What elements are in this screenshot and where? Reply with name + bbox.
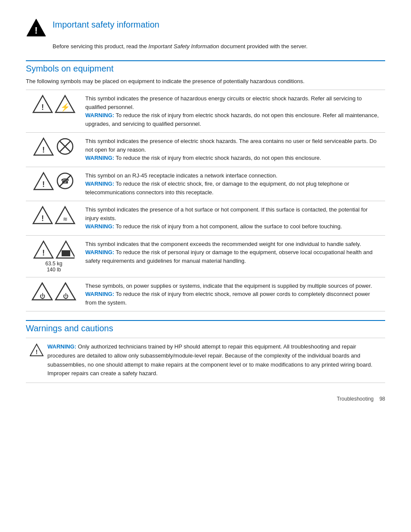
warning-icon-large: ! xyxy=(26,17,47,38)
symbol-text-electric: This symbol indicates the presence of ha… xyxy=(82,90,385,133)
symbol-row-multi-power: ⏻ ⏻ These symbols, on power supplies or … xyxy=(26,277,385,311)
triangle-warning-icon-2: ! xyxy=(33,137,54,156)
lightning-icon: ⚡ xyxy=(55,94,75,113)
power-plug-icon-2: ⏻ xyxy=(55,282,76,301)
symbols-intro: The following symbols may be placed on e… xyxy=(26,77,385,86)
symbol-cell-weight: ! 63.5 kg 140 lb xyxy=(26,235,82,277)
symbol-text-multipower: These symbols, on power supplies or syst… xyxy=(82,277,385,311)
footer-chapter: Troubleshooting xyxy=(337,396,374,402)
footer-page-number: 98 xyxy=(380,396,385,402)
warning-row: ! WARNING: Only authorized technicians t… xyxy=(26,338,385,383)
warning-text-content: Only authorized technicians trained by H… xyxy=(47,343,372,376)
svg-text:⚡: ⚡ xyxy=(60,103,70,112)
symbol-row-rj45: ! ☎ This symbol on an RJ-45 receptacle i… xyxy=(26,167,385,201)
warning-triangle-small: ! xyxy=(30,343,44,356)
symbol-cell-no-service: ! xyxy=(26,133,82,167)
symbol-text-rj45: This symbol on an RJ-45 receptacle indic… xyxy=(82,167,385,201)
safety-header: ! Important safety information xyxy=(26,17,385,38)
symbol-cell-electric: ! ⚡ xyxy=(26,90,82,133)
symbol-cell-hot: ! ≋ xyxy=(26,201,82,236)
svg-text:≋: ≋ xyxy=(63,216,68,222)
svg-text:!: ! xyxy=(41,103,44,112)
symbol-cell-rj45: ! ☎ xyxy=(26,167,82,201)
symbol-cell-multipower: ⏻ ⏻ xyxy=(26,277,82,311)
symbol-row-electric-hazard: ! ⚡ This symbol indicates the presence o… xyxy=(26,90,385,133)
symbol-row-weight: ! 63.5 kg 140 lb This symbol indicates t… xyxy=(26,235,385,277)
svg-text:!: ! xyxy=(41,214,44,223)
footer: Troubleshooting 98 xyxy=(26,396,385,402)
triangle-warning-icon-5: ! xyxy=(33,240,54,259)
warning-label-main: WARNING: xyxy=(47,343,76,350)
symbol-row-no-service: ! This symbol indicates the presence of … xyxy=(26,133,385,167)
warning-text-5: To reduce the risk of personal injury or… xyxy=(85,249,373,264)
svg-text:!: ! xyxy=(42,180,45,189)
warning-label-5: WARNING: xyxy=(85,249,114,255)
warning-text-2: To reduce the risk of injury from electr… xyxy=(116,155,321,161)
symbol-text-hot: This symbol indicates the presence of a … xyxy=(82,201,385,236)
triangle-warning-icon-3: ! xyxy=(33,171,54,190)
symbol-text-weight: This symbol indicates that the component… xyxy=(82,235,385,277)
warning-label-3: WARNING: xyxy=(85,180,114,187)
safety-title: Important safety information xyxy=(53,17,159,30)
power-plug-icon-1: ⏻ xyxy=(31,282,53,301)
svg-text:!: ! xyxy=(42,249,45,257)
warnings-heading: Warnings and cautions xyxy=(26,320,385,333)
warning-label-4: WARNING: xyxy=(85,223,114,230)
svg-rect-23 xyxy=(62,250,70,256)
heat-icon: ≋ xyxy=(55,205,75,224)
symbol-row-hot: ! ≋ This symbol indicates the presence o… xyxy=(26,201,385,236)
svg-text:!: ! xyxy=(36,348,38,355)
warning-triangle-icon-cell: ! xyxy=(26,342,47,378)
weight-label: 63.5 kg 140 lb xyxy=(29,261,78,273)
warning-text-3: To reduce the risk of electric shock, fi… xyxy=(85,180,349,196)
warnings-section: ! WARNING: Only authorized technicians t… xyxy=(26,338,385,383)
x-circle-icon xyxy=(56,137,75,156)
warning-text-4: To reduce the risk of injury from a hot … xyxy=(116,223,342,230)
svg-text:⏻: ⏻ xyxy=(63,293,68,299)
svg-text:!: ! xyxy=(34,25,37,36)
warning-text-6: To reduce the risk of injury from electr… xyxy=(85,291,370,306)
safety-intro: Before servicing this product, read the … xyxy=(53,42,385,51)
safety-intro-italic: Important Safety Information xyxy=(149,43,219,50)
triangle-warning-icon: ! xyxy=(32,94,53,113)
phone-slash-icon: ☎ xyxy=(56,171,75,190)
warning-label-2: WARNING: xyxy=(85,155,114,161)
warning-label-6: WARNING: xyxy=(85,291,114,297)
svg-text:⏻: ⏻ xyxy=(40,293,45,299)
warning-text-main: WARNING: Only authorized technicians tra… xyxy=(47,342,385,378)
symbols-table: ! ⚡ This symbol indicates the presence o… xyxy=(26,90,385,311)
warning-label: WARNING: xyxy=(85,112,114,118)
symbols-heading: Symbols on equipment xyxy=(26,60,385,74)
warning-text: To reduce the risk of injury from electr… xyxy=(85,112,379,127)
heavy-box-icon xyxy=(56,240,75,259)
svg-text:!: ! xyxy=(42,146,45,154)
symbol-text-no-service: This symbol indicates the presence of el… xyxy=(82,133,385,167)
triangle-warning-icon-4: ! xyxy=(32,205,53,224)
